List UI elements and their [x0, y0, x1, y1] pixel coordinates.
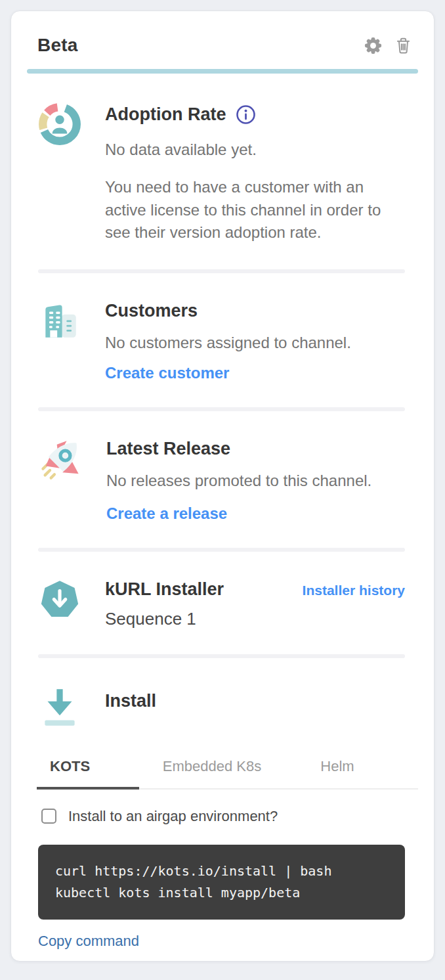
card-header: Beta	[27, 11, 418, 56]
airgap-option-row: Install to an airgap environment?	[41, 808, 418, 825]
customers-title: Customers	[105, 301, 405, 321]
adoption-rate-icon-wrap	[38, 102, 81, 244]
section-divider	[38, 269, 405, 273]
install-command-line: curl https://kots.io/install | bash	[55, 860, 388, 882]
install-command-block: curl https://kots.io/install | bash kube…	[38, 845, 405, 920]
channel-title: Beta	[37, 35, 78, 56]
kurl-icon-wrap	[38, 578, 81, 629]
buildings-icon	[38, 300, 81, 343]
trash-icon	[394, 35, 413, 55]
install-command-line: kubectl kots install myapp/beta	[55, 882, 388, 904]
rocket-icon	[38, 437, 83, 482]
channel-accent-rule	[27, 69, 418, 74]
airgap-label[interactable]: Install to an airgap environment?	[68, 808, 278, 825]
create-customer-link[interactable]: Create customer	[105, 364, 229, 382]
install-section: Install	[38, 684, 405, 730]
adoption-empty-text: No data available yet.	[105, 139, 405, 162]
adoption-rate-title: Adoption Rate	[105, 104, 226, 125]
release-empty-text: No releases promoted to this channel.	[106, 470, 405, 493]
download-arrow-icon	[38, 684, 81, 730]
latest-release-title: Latest Release	[106, 439, 405, 459]
section-divider	[38, 548, 405, 552]
tab-embedded-k8s[interactable]: Embedded K8s	[139, 753, 285, 790]
install-body: Install	[105, 684, 405, 730]
adoption-hint-text: You need to have a customer with an acti…	[105, 176, 400, 244]
install-title: Install	[105, 691, 405, 711]
kurl-body: kURL Installer Installer history Sequenc…	[105, 578, 405, 629]
customers-icon-wrap	[38, 300, 81, 382]
customers-section: Customers No customers assigned to chann…	[38, 300, 405, 382]
customers-body: Customers No customers assigned to chann…	[105, 300, 405, 382]
installer-history-link[interactable]: Installer history	[303, 583, 405, 598]
settings-button[interactable]	[363, 35, 383, 56]
airgap-checkbox[interactable]	[41, 809, 56, 824]
copy-command-link[interactable]: Copy command	[38, 933, 139, 950]
adoption-rate-body: Adoption Rate No data available yet. You…	[105, 102, 405, 244]
adoption-rate-section: Adoption Rate No data available yet. You…	[38, 102, 405, 244]
latest-release-icon-wrap	[38, 437, 83, 523]
delete-channel-button[interactable]	[394, 35, 413, 55]
kurl-sequence-label: Sequence 1	[105, 609, 405, 629]
latest-release-body: Latest Release No releases promoted to t…	[106, 437, 405, 523]
install-tabs: KOTS Embedded K8s Helm	[37, 753, 418, 790]
adoption-donut-icon	[38, 102, 81, 146]
gear-icon	[363, 35, 383, 56]
section-divider	[38, 654, 405, 658]
kurl-installer-section: kURL Installer Installer history Sequenc…	[38, 578, 405, 629]
latest-release-section: Latest Release No releases promoted to t…	[38, 437, 405, 523]
header-actions	[363, 35, 413, 56]
kurl-title: kURL Installer	[105, 579, 224, 600]
tab-helm[interactable]: Helm	[285, 753, 390, 790]
create-release-link[interactable]: Create a release	[106, 504, 227, 523]
customers-empty-text: No customers assigned to channel.	[105, 332, 405, 355]
section-divider	[38, 407, 405, 411]
install-icon-wrap	[38, 684, 81, 730]
info-icon[interactable]	[235, 104, 257, 125]
kurl-heptagon-download-icon	[38, 578, 81, 621]
tab-kots[interactable]: KOTS	[37, 753, 139, 790]
channel-card: Beta	[11, 11, 434, 962]
